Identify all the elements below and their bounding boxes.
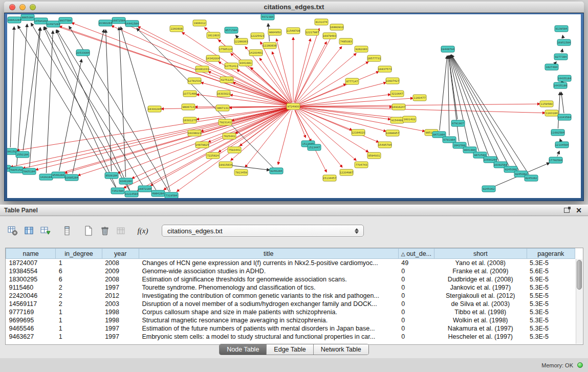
graph-node[interactable]: 7923141 <box>219 119 232 125</box>
graph-node[interactable]: 10214584 <box>125 191 139 197</box>
delete-table-icon[interactable] <box>98 224 112 237</box>
column-header-short[interactable]: short <box>434 249 527 259</box>
table-panel-header[interactable]: Table Panel ✕ <box>0 205 588 216</box>
graph-node[interactable]: 1811803 <box>207 32 220 38</box>
column-header-year[interactable]: year <box>102 249 139 259</box>
graph-node[interactable]: 4984284 <box>151 190 165 196</box>
graph-node[interactable]: 7485083 <box>339 38 353 45</box>
table-row[interactable]: 977716911998Corpus callosum shape and si… <box>6 308 575 316</box>
network-graph[interactable]: 9724900115487081221798716979483748508392… <box>7 14 581 198</box>
float-panel-icon[interactable] <box>564 208 570 213</box>
graph-node[interactable]: 9282083 <box>355 46 368 52</box>
table-scrollbar-thumb[interactable] <box>577 260 582 290</box>
graph-node[interactable]: 17760584 <box>549 157 563 163</box>
graph-node[interactable]: 9346284 <box>119 178 133 184</box>
graph-node[interactable]: 7593441 <box>228 147 241 153</box>
graph-node[interactable]: 5905150 <box>10 167 23 173</box>
graph-node[interactable]: 3210647 <box>390 91 404 97</box>
graph-node[interactable]: 1163184 <box>545 110 558 116</box>
graph-node[interactable]: 9245062 <box>482 186 495 192</box>
table-row[interactable]: 946554611997Estimation of the future num… <box>6 324 575 333</box>
table-selector[interactable]: citations_edges.txt <box>162 225 364 237</box>
graph-node[interactable]: 9246284 <box>270 168 283 174</box>
table-row[interactable]: 911546021997Tourette syndrome. Phenomeno… <box>6 283 575 292</box>
graph-node[interactable]: 9139584 <box>555 26 568 32</box>
graph-node[interactable]: 4275120 <box>220 77 233 83</box>
graph-node[interactable]: 1513447 <box>308 144 321 150</box>
merge-tables-icon[interactable] <box>115 224 128 237</box>
tab-edge-table[interactable]: Edge Table <box>267 344 313 355</box>
graph-node[interactable]: 16837573 <box>378 66 391 72</box>
function-builder-icon[interactable]: f(x) <box>136 224 149 237</box>
graph-node[interactable]: 19448794 <box>441 46 455 52</box>
column-header-title[interactable]: title <box>139 249 398 259</box>
tab-network-table[interactable]: Network Table <box>314 344 368 355</box>
graph-node[interactable]: 2596150 <box>7 148 17 155</box>
graph-node[interactable]: 8245082 <box>525 175 538 181</box>
graph-node[interactable]: 15495794 <box>378 142 392 148</box>
table-row[interactable]: 1830029562008Estimation of significance … <box>6 275 575 283</box>
graph-node[interactable]: 11692584 <box>551 129 565 136</box>
graph-node[interactable]: 10695284 <box>65 174 79 181</box>
graph-node[interactable]: 14200481 <box>249 50 263 56</box>
graph-node[interactable]: 20360284 <box>99 20 113 26</box>
graph-node[interactable]: 2550184 <box>16 151 29 158</box>
graph-node[interactable]: 8509184 <box>105 172 118 179</box>
graph-node[interactable]: 16872184 <box>138 186 152 192</box>
graph-node[interactable]: 7225824 <box>206 152 220 159</box>
tab-node-table[interactable]: Node Table <box>220 344 267 355</box>
graph-node[interactable]: 10497284 <box>47 21 60 27</box>
graph-node[interactable]: 7704743 <box>355 162 368 168</box>
graph-node[interactable]: 10771486 <box>183 91 197 97</box>
graph-node[interactable]: 7913459 <box>234 169 248 176</box>
graph-node[interactable]: 12217987 <box>306 29 319 35</box>
graph-node[interactable]: 14441584 <box>125 20 139 27</box>
graph-node[interactable]: 14342004 <box>206 55 220 61</box>
graph-node[interactable]: 15134457 <box>323 175 336 181</box>
graph-node[interactable]: 2260808 <box>170 26 183 32</box>
graph-node[interactable]: 9937584 <box>59 17 72 24</box>
graph-node[interactable]: 6791907 <box>451 120 465 126</box>
graph-node[interactable]: 17585124 <box>219 46 233 52</box>
graph-node[interactable]: 19915834 <box>219 162 233 168</box>
graph-node[interactable]: 16916247 <box>392 104 405 110</box>
graph-node[interactable]: 18577731 <box>367 55 381 61</box>
graph-node[interactable]: 9341681 <box>239 60 252 66</box>
graph-node[interactable]: 12204987 <box>340 169 353 176</box>
graph-node[interactable]: 16303021 <box>217 91 230 97</box>
graph-node[interactable]: 7351584 <box>111 188 124 194</box>
graph-node[interactable]: 1429184 <box>39 174 53 180</box>
graph-node[interactable]: 14435186 <box>554 82 567 89</box>
column-header-pagerank[interactable]: pagerank <box>527 249 575 259</box>
close-panel-icon[interactable]: ✕ <box>576 207 582 214</box>
graph-node[interactable]: 16951584 <box>557 39 571 46</box>
graph-node[interactable]: 9806713 <box>182 104 195 110</box>
table-scrollbar[interactable] <box>576 259 582 344</box>
graph-node[interactable]: 9277384 <box>554 54 568 60</box>
graph-node[interactable]: 12225423 <box>251 33 264 39</box>
graph-node[interactable]: 8777147 <box>345 78 359 84</box>
select-columns-icon[interactable] <box>23 224 36 237</box>
graph-node[interactable]: 1906012 <box>193 20 206 26</box>
column-header-name[interactable]: name <box>6 249 56 259</box>
graph-node[interactable]: 12751411 <box>225 63 238 69</box>
column-header-out-de-[interactable]: △out_de... <box>398 249 434 259</box>
graph-node[interactable]: 12104584 <box>555 142 569 148</box>
graph-node[interactable]: 16860910 <box>330 24 343 30</box>
graph-node[interactable]: 10896957 <box>386 130 399 136</box>
graph-node[interactable]: 1160477 <box>413 95 426 101</box>
column-header-in-degree[interactable]: in_degree <box>56 249 102 259</box>
table-row[interactable]: 2242004622012Investigating the contribut… <box>6 292 575 300</box>
graph-node[interactable]: 16872584 <box>112 17 126 24</box>
graph-node[interactable]: 5572384 <box>261 14 274 20</box>
graph-node[interactable]: 12280838 <box>263 42 276 49</box>
graph-node[interactable]: 18301275 <box>183 117 197 123</box>
table-row[interactable]: 946362711997Embryonic stem cells: a mode… <box>6 333 575 341</box>
graph-node[interactable]: 1827484 <box>545 64 558 70</box>
graph-node[interactable]: 7625441 <box>223 133 236 139</box>
graph-node[interactable]: 12043584 <box>558 114 572 120</box>
graph-node[interactable]: 9724900 <box>287 103 300 110</box>
graph-node[interactable]: 10607427 <box>386 78 399 84</box>
create-table-icon[interactable] <box>82 224 95 237</box>
graph-node[interactable]: 6791984 <box>443 137 456 143</box>
